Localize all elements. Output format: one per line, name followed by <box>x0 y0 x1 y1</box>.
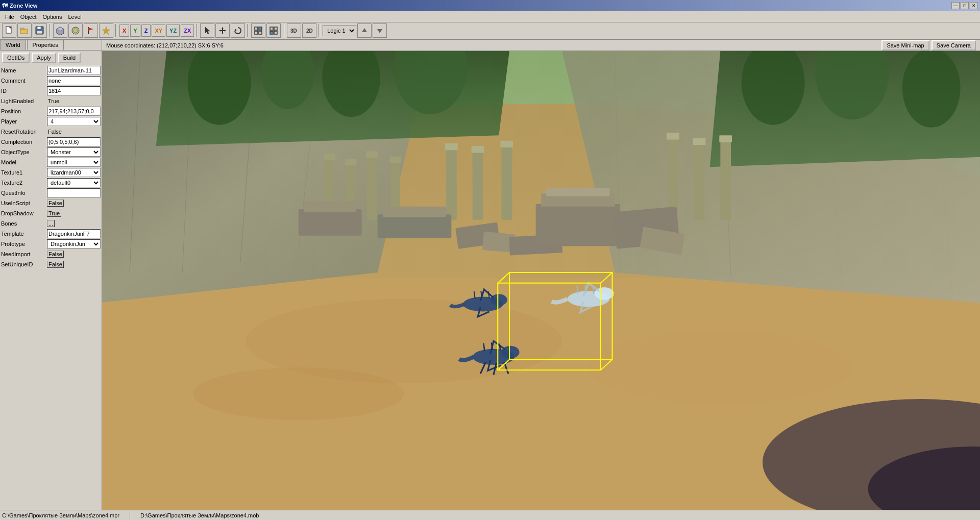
toolbar-flag-button[interactable] <box>84 23 98 38</box>
prop-player-value[interactable]: 12345 <box>47 117 101 126</box>
svg-rect-16 <box>259 27 262 30</box>
toolbar-save-button[interactable] <box>33 23 47 38</box>
toolbar-axis-zx[interactable]: ZX <box>181 24 194 37</box>
svg-rect-57 <box>446 146 457 220</box>
viewport[interactable]: Mouse coordinates: (212,07;210,22) SX:6 … <box>102 40 980 510</box>
prop-position-value[interactable] <box>47 107 101 116</box>
svg-rect-17 <box>255 31 258 34</box>
toolbar-select-button[interactable] <box>200 23 214 38</box>
prop-questinfo-input[interactable] <box>47 188 101 197</box>
prop-questinfo-label: QuestInfo <box>1 190 47 196</box>
svg-point-90 <box>491 294 507 306</box>
menu-object[interactable]: Object <box>17 13 40 21</box>
svg-rect-5 <box>37 27 41 29</box>
title-bar: 🗺 Zone View — □ ✕ <box>0 0 980 11</box>
svg-marker-13 <box>102 27 110 35</box>
toolbar-axis-yz[interactable]: YZ <box>166 24 180 37</box>
prop-texture1-select[interactable]: lizardman00texture1 <box>47 168 101 177</box>
prop-player-select[interactable]: 12345 <box>47 117 101 126</box>
status-divider <box>130 512 130 519</box>
toolbar-rotate-button[interactable] <box>231 23 245 38</box>
prop-model-select[interactable]: unmolimodel1 <box>47 158 101 167</box>
prop-player-label: Player <box>1 118 47 125</box>
prop-dropshadow-text[interactable]: True <box>47 210 61 217</box>
prop-template-row: Template <box>1 229 101 238</box>
menu-file[interactable]: File <box>2 13 17 21</box>
toolbar-3d-button[interactable]: 3D <box>287 23 301 38</box>
toolbar-star-button[interactable] <box>99 23 113 38</box>
svg-rect-69 <box>299 209 362 236</box>
toolbar-2d-button[interactable]: 2D <box>302 23 316 38</box>
prop-objecttype-select[interactable]: MonsterNPCPlayerObject <box>47 147 101 157</box>
maximize-button[interactable]: □ <box>961 2 969 9</box>
svg-rect-68 <box>719 135 732 142</box>
prop-template-input[interactable] <box>47 229 101 238</box>
prop-complection-value[interactable] <box>47 137 101 146</box>
toolbar-view2-button[interactable] <box>266 23 281 38</box>
toolbar-axis-x[interactable]: X <box>119 24 129 37</box>
toolbar-move-button[interactable] <box>215 23 230 38</box>
prop-template-value[interactable] <box>47 229 101 238</box>
prop-bones-label: Bones <box>1 220 47 227</box>
toolbar-arrow-up-button[interactable] <box>357 23 372 38</box>
menu-options[interactable]: Options <box>40 13 65 21</box>
prop-texture1-value[interactable]: lizardman00texture1 <box>47 168 101 177</box>
getids-button[interactable]: GetIDs <box>2 53 30 63</box>
svg-rect-60 <box>472 146 484 153</box>
toolbar-separator-4 <box>247 24 249 37</box>
prop-setuniqueid-text[interactable]: False <box>47 261 64 268</box>
logic-dropdown[interactable]: Logic 1 Logic 2 Logic 3 <box>323 25 356 36</box>
prop-useinscript-text[interactable]: False <box>47 200 64 207</box>
prop-comment-input[interactable] <box>47 76 101 85</box>
toolbar-arrow-down-button[interactable] <box>373 23 387 38</box>
status-right: D:\Games\Проклятые Земли\Maps\zone4.mob <box>140 512 259 518</box>
prop-objecttype-value[interactable]: MonsterNPCPlayerObject <box>47 147 101 157</box>
prop-needimport-text[interactable]: False <box>47 251 64 258</box>
prop-name-input[interactable] <box>47 66 101 75</box>
prop-comment-value[interactable] <box>47 76 101 85</box>
toolbar-new-button[interactable] <box>2 23 16 38</box>
save-camera-button[interactable]: Save Camera <box>932 40 976 51</box>
toolbar-axis-y[interactable]: Y <box>130 24 140 37</box>
prop-id-label: ID <box>1 88 47 94</box>
main-layout: World Properties GetIDs Apply Build Name… <box>0 40 980 510</box>
prop-template-label: Template <box>1 231 47 237</box>
tab-world[interactable]: World <box>0 40 26 50</box>
toolbar-view1-button[interactable] <box>251 23 265 38</box>
prop-dropshadow-row: DropShadow True <box>1 209 101 218</box>
prop-texture1-label: Texture1 <box>1 169 47 176</box>
prop-questinfo-value[interactable] <box>47 188 101 197</box>
toolbar-hexagon-button[interactable] <box>68 23 83 38</box>
prop-id-value[interactable] <box>47 86 101 95</box>
prop-prototype-row: Prototype DragonkinJunoption2 <box>1 239 101 249</box>
toolbar-axis-z[interactable]: Z <box>141 24 151 37</box>
menu-level[interactable]: Level <box>65 13 84 21</box>
close-button[interactable]: ✕ <box>970 2 978 9</box>
prop-prototype-select[interactable]: DragonkinJunoption2 <box>47 239 101 249</box>
toolbar-cube-button[interactable] <box>53 23 67 38</box>
prop-prototype-value[interactable]: DragonkinJunoption2 <box>47 239 101 249</box>
prop-name-value[interactable] <box>47 66 101 75</box>
prop-id-input[interactable] <box>47 86 101 95</box>
build-button[interactable]: Build <box>58 53 81 63</box>
minimize-button[interactable]: — <box>951 2 960 9</box>
svg-rect-67 <box>720 138 731 220</box>
prop-complection-input[interactable] <box>47 137 101 146</box>
toolbar-separator-2 <box>115 24 117 37</box>
prop-bones-text[interactable]: ... <box>47 220 55 227</box>
tab-properties[interactable]: Properties <box>27 40 64 50</box>
svg-marker-26 <box>377 29 382 33</box>
prop-model-value[interactable]: unmolimodel1 <box>47 158 101 167</box>
apply-button[interactable]: Apply <box>32 53 56 63</box>
viewport-canvas[interactable] <box>102 51 980 510</box>
toolbar-open-button[interactable] <box>17 23 32 38</box>
prop-texture2-row: Texture2 default0texture1 <box>1 178 101 187</box>
prop-position-input[interactable] <box>47 107 101 116</box>
prop-texture2-select[interactable]: default0texture1 <box>47 178 101 187</box>
save-minimap-button[interactable]: Save Mini-map <box>881 40 929 51</box>
toolbar-axis-xy[interactable]: XY <box>152 24 165 37</box>
svg-rect-6 <box>37 31 42 34</box>
svg-rect-54 <box>366 151 378 157</box>
svg-rect-58 <box>445 143 458 150</box>
prop-texture2-value[interactable]: default0texture1 <box>47 178 101 187</box>
